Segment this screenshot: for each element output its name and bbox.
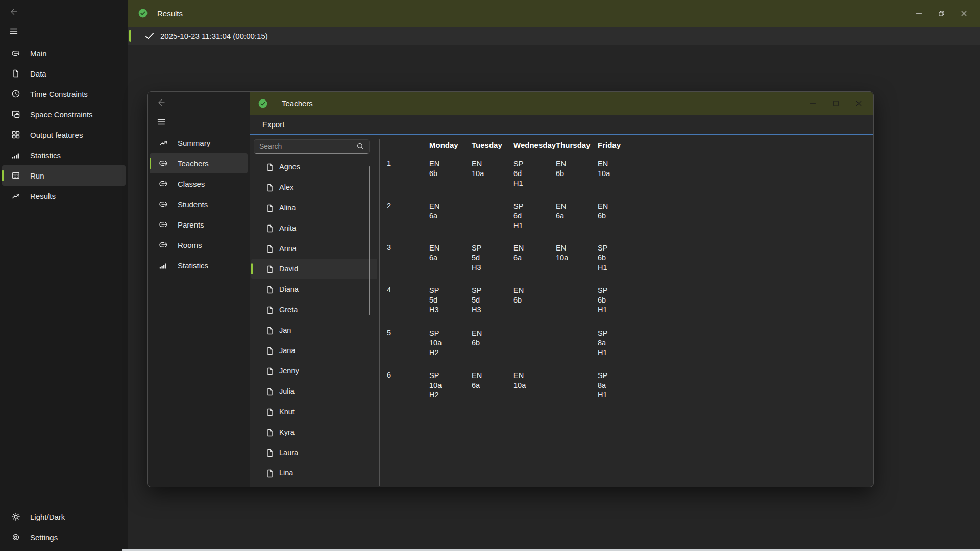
dialog-nav-item-classes[interactable]: Classes xyxy=(150,173,248,194)
cell-line: H1 xyxy=(598,390,607,400)
timetable-cell: EN6a xyxy=(556,202,566,221)
search-input[interactable] xyxy=(254,142,356,151)
dialog-nav-item-students[interactable]: Students xyxy=(150,194,248,214)
cell-line: 6b xyxy=(472,338,482,348)
teacher-name: Julia xyxy=(279,387,295,395)
sidebar-item-output-features[interactable]: Output features xyxy=(2,124,126,145)
sidebar-item-light-dark[interactable]: Light/Dark xyxy=(2,507,126,527)
cell-line: 6b xyxy=(429,169,439,179)
teacher-name: Laura xyxy=(279,448,298,457)
day-header-thursday: Thursday xyxy=(556,141,591,149)
cell-line: 6d xyxy=(513,169,523,179)
dialog-nav-item-summary[interactable]: Summary xyxy=(150,133,248,153)
dialog-nav-item-rooms[interactable]: Rooms xyxy=(150,235,248,255)
document-icon xyxy=(265,305,275,315)
stats-icon xyxy=(158,260,168,270)
cell-line: SP xyxy=(598,329,607,338)
cell-line: SP xyxy=(429,329,442,338)
window-minimize-button[interactable] xyxy=(908,0,930,27)
teacher-item-alina[interactable]: Alina xyxy=(251,197,377,218)
dialog-close-button[interactable] xyxy=(847,92,870,115)
cell-line: 10a xyxy=(513,381,526,390)
teacher-item-knut[interactable]: Knut xyxy=(251,402,377,422)
teachers-window: SummaryTeachersClassesStudentsParentsRoo… xyxy=(147,91,874,487)
document-icon xyxy=(265,387,275,396)
dialog-nav-item-parents[interactable]: Parents xyxy=(150,214,248,235)
teacher-item-greta[interactable]: Greta xyxy=(251,299,377,320)
cell-line: H1 xyxy=(598,348,607,358)
teacher-item-david[interactable]: David xyxy=(251,259,377,279)
teacher-item-kyra[interactable]: Kyra xyxy=(251,422,377,442)
sidebar-item-settings[interactable]: Settings xyxy=(2,527,126,547)
cell-line: SP xyxy=(598,371,607,381)
cell-line: H1 xyxy=(513,179,523,188)
document-icon xyxy=(265,366,275,376)
cell-line: 10a xyxy=(472,169,484,179)
teacher-list: AgnesAlexAlinaAnitaAnnaDavidDianaGretaJa… xyxy=(251,157,377,483)
period-number: 5 xyxy=(387,329,391,337)
result-status-row[interactable]: 2025-10-23 11:31:04 (00:00:15) xyxy=(128,27,980,45)
sidebar-item-data[interactable]: Data xyxy=(2,63,126,84)
period-number: 3 xyxy=(387,243,391,252)
cell-line: 10a xyxy=(429,338,442,348)
document-icon xyxy=(265,223,275,233)
dialog-minimize-button[interactable] xyxy=(801,92,824,115)
teacher-list-scrollbar[interactable] xyxy=(369,166,370,315)
dialog-back-button[interactable] xyxy=(154,95,169,110)
clock-icon xyxy=(11,89,21,99)
sidebar-item-main[interactable]: Main xyxy=(2,43,126,63)
teacher-item-laura[interactable]: Laura xyxy=(251,442,377,463)
day-header-wednesday: Wednesday xyxy=(513,141,556,149)
teacher-item-jenny[interactable]: Jenny xyxy=(251,361,377,381)
sidebar-item-results[interactable]: Results xyxy=(2,186,126,206)
teacher-item-lina[interactable]: Lina xyxy=(251,463,377,483)
dialog-maximize-button[interactable] xyxy=(824,92,847,115)
menu-toggle-button[interactable] xyxy=(6,23,21,39)
nav-label: Data xyxy=(30,69,46,78)
cell-line: EN xyxy=(472,329,482,338)
gear-icon xyxy=(11,532,21,542)
document-icon xyxy=(265,407,275,417)
timetable-cell: EN6b xyxy=(472,329,482,348)
timetable-cell: EN6a xyxy=(472,371,482,390)
teachers-window-titlebar: Teachers xyxy=(250,92,873,115)
cell-line: 6a xyxy=(429,211,439,221)
timetable-cell: EN10a xyxy=(598,159,610,179)
teacher-item-agnes[interactable]: Agnes xyxy=(251,157,377,177)
dialog-nav-item-statistics[interactable]: Statistics xyxy=(150,255,248,276)
cell-line: SP xyxy=(472,243,481,253)
timetable-cell: SP10aH2 xyxy=(429,371,442,400)
window-restore-button[interactable] xyxy=(930,0,952,27)
cell-line: 6a xyxy=(556,211,566,221)
search-icon[interactable] xyxy=(356,142,365,151)
sidebar-item-time-constraints[interactable]: Time Constraints xyxy=(2,84,126,104)
export-menu-item[interactable]: Export xyxy=(262,120,284,129)
teacher-name: Anita xyxy=(279,224,296,232)
cell-line: 6b xyxy=(598,295,607,305)
teacher-item-julia[interactable]: Julia xyxy=(251,381,377,402)
sidebar-item-space-constraints[interactable]: Space Constraints xyxy=(2,104,126,124)
teacher-item-anita[interactable]: Anita xyxy=(251,218,377,238)
teacher-item-jana[interactable]: Jana xyxy=(251,340,377,361)
teacher-item-anna[interactable]: Anna xyxy=(251,238,377,259)
dialog-menu-toggle-button[interactable] xyxy=(154,114,169,130)
back-button[interactable] xyxy=(6,4,21,19)
teacher-item-jan[interactable]: Jan xyxy=(251,320,377,340)
cell-line: 6b xyxy=(556,169,566,179)
dialog-nav-item-teachers[interactable]: Teachers xyxy=(150,153,248,173)
taskbar-edge xyxy=(122,549,980,551)
grid-icon xyxy=(11,130,21,140)
document-icon xyxy=(265,428,275,437)
day-header-tuesday: Tuesday xyxy=(472,141,502,149)
teacher-name: Greta xyxy=(279,306,298,314)
sidebar-item-run[interactable]: Run xyxy=(2,165,126,186)
teacher-item-diana[interactable]: Diana xyxy=(251,279,377,299)
timetable-cell: SP5dH3 xyxy=(472,286,481,315)
cell-line: 6b xyxy=(598,211,608,221)
window-close-button[interactable] xyxy=(952,0,975,27)
sidebar-item-statistics[interactable]: Statistics xyxy=(2,145,126,165)
cell-line: 6d xyxy=(513,211,523,221)
sidebar-footer-nav: Light/DarkSettings xyxy=(0,507,128,547)
cell-line: EN xyxy=(598,159,610,169)
teacher-item-alex[interactable]: Alex xyxy=(251,177,377,197)
